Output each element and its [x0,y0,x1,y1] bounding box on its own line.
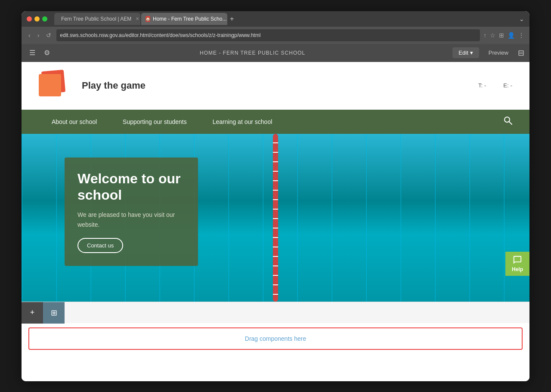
cms-toolbar: ☰ ⚙ HOME - FERN TREE PUBLIC SCHOOL Edit … [22,44,529,62]
help-label: Help [512,266,523,272]
cms-toolbar-left: ☰ ⚙ [27,47,53,59]
contact-email: E: - [503,82,512,89]
back-button[interactable]: ‹ [27,31,32,40]
cms-edit-chevron: ▾ [470,49,473,56]
site-contact: T: - E: - [478,82,512,89]
cms-edit-button[interactable]: Edit ▾ [452,47,479,58]
phone-label: T: [478,82,483,89]
drag-drop-zone[interactable]: Drag components here [28,327,523,350]
add-tab-button[interactable]: + [230,15,234,23]
more-icon[interactable]: ⋮ [518,32,524,39]
address-input[interactable] [56,29,480,41]
phone-value: - [484,82,486,89]
hero-heading: Welcome to our school [77,170,185,204]
tab-label-aem: Fern Tree Public School | AEM [61,16,131,22]
nav-item-learning-label: Learning at our school [213,118,272,125]
extensions-icon[interactable]: ⊞ [499,32,504,39]
site-logo [39,71,73,101]
contact-phone: T: - [478,82,486,89]
tab-close-aem[interactable]: ✕ [136,16,139,21]
lane-divider [273,134,278,302]
cms-edit-label: Edit [458,49,468,56]
share-icon[interactable]: ↑ [483,32,486,39]
title-bar: Fern Tree Public School | AEM ✕ 🏠 Home -… [22,11,529,27]
nav-item-supporting[interactable]: Supporting our students [110,110,200,134]
nav-item-supporting-label: Supporting our students [123,118,187,125]
cms-breadcrumb: HOME - FERN TREE PUBLIC SCHOOL [56,50,449,56]
hero-body: We are pleased to have you visit our web… [77,210,185,229]
hero-section: Welcome to our school We are pleased to … [22,134,529,302]
nav-item-about[interactable]: About our school [39,110,110,134]
tab-favicon-home: 🏠 [145,16,150,22]
drag-zone-label: Drag components here [245,335,306,342]
tabs-bar: Fern Tree Public School | AEM ✕ 🏠 Home -… [54,13,524,25]
tab-chevron-icon[interactable]: ⌄ [519,15,524,22]
hero-cta-button[interactable]: Contact us [77,238,123,253]
maximize-traffic-light[interactable] [42,16,47,22]
site-header: Play the game T: - E: - [22,62,529,110]
close-traffic-light[interactable] [27,16,32,22]
tab-home[interactable]: 🏠 Home - Fern Tree Public Scho... ✕ [141,13,227,25]
address-bar: ‹ › ↺ ↑ ☆ ⊞ 👤 ⋮ [22,27,529,44]
component-toolbar: + ⊞ [22,302,529,323]
add-component-button[interactable]: + [22,302,43,324]
bookmark-icon[interactable]: ☆ [490,32,495,39]
logo-shape-front [39,74,61,96]
nav-search-button[interactable] [504,116,512,127]
browser-toolbar-icons: ↑ ☆ ⊞ 👤 ⋮ [483,32,524,39]
traffic-lights [27,16,47,22]
page-content: Play the game T: - E: - About our sc [22,62,529,381]
nav-item-learning[interactable]: Learning at our school [200,110,285,134]
email-label: E: [503,82,508,89]
nav-item-about-label: About our school [52,118,97,125]
reload-button[interactable]: ↺ [44,31,53,40]
site-nav: About our school Supporting our students… [22,110,529,134]
browser-window: Fern Tree Public School | AEM ✕ 🏠 Home -… [22,11,529,381]
help-button[interactable]: Help [505,252,529,276]
cms-toolbar-right: Edit ▾ Preview ⊟ [452,47,524,58]
grid-component-button[interactable]: ⊞ [43,302,65,324]
cms-settings-button[interactable]: ⚙ [41,47,53,59]
tab-aem[interactable]: Fern Tree Public School | AEM ✕ [54,13,140,25]
cms-publish-button[interactable]: ⊟ [518,48,524,58]
tab-label-home: Home - Fern Tree Public Scho... [153,16,226,22]
forward-button[interactable]: › [36,31,41,40]
sidebar-toggle-button[interactable]: ☰ [27,47,38,59]
site-title: Play the game [82,80,145,91]
page-wrapper: Play the game T: - E: - About our sc [22,62,529,350]
cms-preview-button[interactable]: Preview [483,47,514,58]
minimize-traffic-light[interactable] [34,16,40,22]
hero-card: Welcome to our school We are pleased to … [65,157,198,266]
nav-items: About our school Supporting our students… [39,110,504,134]
svg-line-1 [509,122,512,124]
svg-point-0 [505,117,510,122]
profile-icon[interactable]: 👤 [508,32,515,39]
email-value: - [511,82,512,89]
